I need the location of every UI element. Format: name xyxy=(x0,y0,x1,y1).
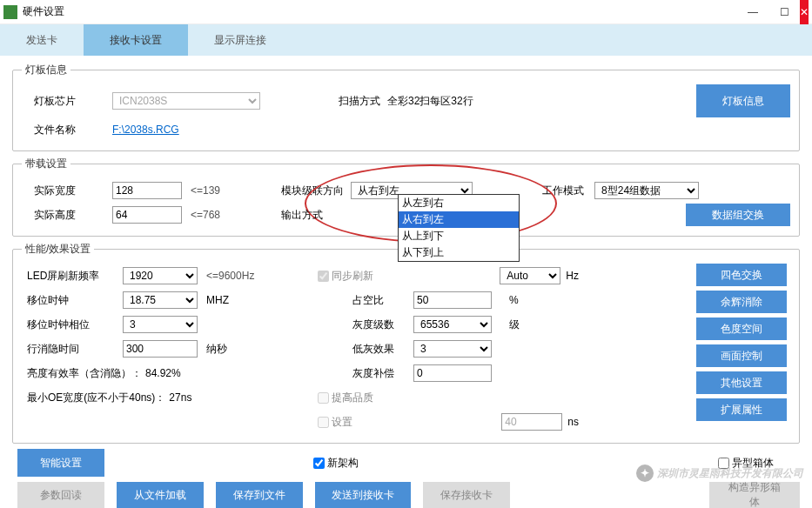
chip-select[interactable]: ICN2038S xyxy=(112,92,260,110)
file-link[interactable]: F:\2038s.RCG xyxy=(112,124,179,136)
cascade-label: 模块级联方向 xyxy=(281,184,351,198)
efficiency-value: 84.92% xyxy=(145,367,181,379)
group-panel-info: 灯板信息 灯板芯片 ICN2038S 扫描方式 全彩32扫每区32行 灯板信息 … xyxy=(12,63,800,151)
ns-label: ns xyxy=(567,416,579,428)
group-performance: 性能/效果设置 LED屏刷新频率 1920 <=9600Hz 移位时钟 18.7… xyxy=(12,242,800,444)
width-hint: <=139 xyxy=(191,184,220,197)
width-input[interactable] xyxy=(112,182,182,199)
height-hint: <=768 xyxy=(191,209,220,221)
tab-send-card[interactable]: 发送卡 xyxy=(0,24,84,56)
gray-unit: 级 xyxy=(509,318,520,332)
opt-bottom-top[interactable]: 从下到上 xyxy=(399,244,519,261)
close-button[interactable]: ✕ xyxy=(800,0,809,24)
gray-comp-label: 灰度补偿 xyxy=(352,366,413,381)
group-load-settings: 带载设置 实际宽度 <=139 模块级联方向 从右到左 工作模式 8型24组数据… xyxy=(12,157,800,237)
opt-right-left[interactable]: 从右到左 xyxy=(399,211,519,228)
set-label: 设置 xyxy=(332,415,352,430)
smart-settings-button[interactable]: 智能设置 xyxy=(17,449,104,477)
phase-select[interactable]: 3 xyxy=(123,316,198,333)
file-name-label: 文件名称 xyxy=(34,123,112,137)
legend-panel-info: 灯板信息 xyxy=(22,63,70,77)
oe-value: 27ns xyxy=(169,391,191,404)
app-icon xyxy=(3,5,17,19)
color-space-button[interactable]: 色度空间 xyxy=(696,318,787,340)
afterglow-button[interactable]: 余辉消除 xyxy=(696,291,787,313)
save-card-button[interactable]: 保存接收卡 xyxy=(423,482,510,508)
four-color-swap-button[interactable]: 四色交换 xyxy=(696,264,787,286)
new-arch-checkbox[interactable] xyxy=(313,458,325,469)
new-arch-label: 新架构 xyxy=(327,456,359,471)
gray-level-select[interactable]: 65536 xyxy=(413,316,492,333)
titlebar: 硬件设置 — ☐ ✕ xyxy=(0,0,812,24)
cascade-dropdown-open[interactable]: 从左到右 从右到左 从上到下 从下到上 xyxy=(398,194,520,262)
gray-level-label: 灰度级数 xyxy=(352,318,413,332)
auto-select[interactable]: Auto xyxy=(500,267,560,284)
build-irregular-button: 构造异形箱体 xyxy=(709,482,800,508)
tab-receive-card[interactable]: 接收卡设置 xyxy=(84,24,188,56)
output-label: 输出方式 xyxy=(281,208,351,223)
gray-comp-input[interactable] xyxy=(413,364,492,382)
chip-label: 灯板芯片 xyxy=(34,94,112,109)
data-group-swap-button[interactable]: 数据组交换 xyxy=(686,204,790,226)
param-read-button[interactable]: 参数回读 xyxy=(17,482,104,508)
legend-load: 带载设置 xyxy=(22,157,70,171)
sync-refresh-checkbox[interactable] xyxy=(318,271,329,282)
load-from-file-button[interactable]: 从文件加载 xyxy=(117,482,204,508)
lowgray-select[interactable]: 3 xyxy=(413,340,492,358)
set-ns-input xyxy=(501,413,562,431)
set-checkbox[interactable] xyxy=(318,417,329,428)
shift-clock-select[interactable]: 18.75 xyxy=(123,291,198,309)
watermark: ✦深圳市灵星雨科技开发有限公司 xyxy=(636,459,803,482)
phase-label: 移位时钟相位 xyxy=(27,318,123,332)
height-label: 实际高度 xyxy=(34,208,112,223)
extended-attr-button[interactable]: 扩展属性 xyxy=(696,398,787,421)
width-label: 实际宽度 xyxy=(34,184,112,198)
opt-left-right[interactable]: 从左到右 xyxy=(399,195,519,211)
blank-label: 行消隐时间 xyxy=(27,342,123,357)
maximize-button[interactable]: ☐ xyxy=(768,0,800,24)
save-to-file-button[interactable]: 保存到文件 xyxy=(216,482,303,508)
send-to-card-button[interactable]: 发送到接收卡 xyxy=(315,482,411,508)
work-mode-select[interactable]: 8型24组数据 xyxy=(594,182,699,199)
lowgray-label: 低灰效果 xyxy=(352,342,413,357)
refresh-select[interactable]: 1920 xyxy=(123,267,198,284)
duty-input[interactable] xyxy=(413,291,492,309)
tab-display-connect[interactable]: 显示屏连接 xyxy=(188,24,292,56)
refresh-hint: <=9600Hz xyxy=(206,270,254,282)
wechat-icon: ✦ xyxy=(636,465,654,482)
sync-refresh-label: 同步刷新 xyxy=(332,269,373,284)
picture-control-button[interactable]: 画面控制 xyxy=(696,344,787,367)
pct-label: % xyxy=(509,294,519,306)
tab-bar: 发送卡 接收卡设置 显示屏连接 xyxy=(0,24,812,56)
legend-performance: 性能/效果设置 xyxy=(22,242,94,257)
blank-unit: 纳秒 xyxy=(206,342,227,357)
opt-top-bottom[interactable]: 从上到下 xyxy=(399,228,519,244)
refresh-label: LED屏刷新频率 xyxy=(27,269,123,284)
duty-label: 占空比 xyxy=(352,293,413,308)
window-title: 硬件设置 xyxy=(23,4,64,19)
efficiency-label: 亮度有效率（含消隐）： xyxy=(27,366,142,381)
panel-info-button[interactable]: 灯板信息 xyxy=(696,84,790,117)
height-input[interactable] xyxy=(112,206,182,224)
work-mode-label: 工作模式 xyxy=(542,184,594,198)
minimize-button[interactable]: — xyxy=(737,0,768,24)
shift-clock-label: 移位时钟 xyxy=(27,293,123,308)
hz-label: Hz xyxy=(566,270,579,282)
other-settings-button[interactable]: 其他设置 xyxy=(696,371,787,394)
blank-input[interactable] xyxy=(123,340,198,358)
hq-label: 提高品质 xyxy=(332,391,373,405)
scan-mode-value: 全彩32扫每区32行 xyxy=(387,94,473,109)
scan-mode-label: 扫描方式 xyxy=(339,94,380,109)
oe-label: 最小OE宽度(应不小于40ns)： xyxy=(27,391,165,405)
shift-clock-unit: MHZ xyxy=(206,294,229,306)
hq-checkbox[interactable] xyxy=(318,392,329,404)
